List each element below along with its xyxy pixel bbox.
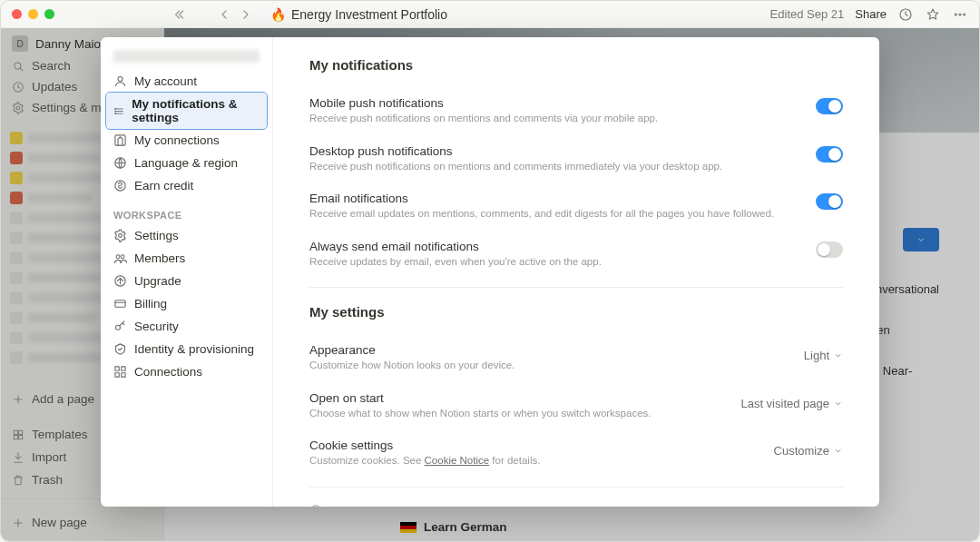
setting-title: Email notifications xyxy=(309,192,774,205)
setting-desc: Receive updates by email, even when you'… xyxy=(309,255,602,270)
setting-desc: Receive push notifications on mentions a… xyxy=(309,160,722,174)
settings-nav-my-connections[interactable]: My connections xyxy=(106,129,267,152)
svg-point-28 xyxy=(311,506,321,507)
chevron-down-icon xyxy=(833,399,843,409)
toggle-mobile-push[interactable] xyxy=(816,98,843,114)
settings-panel: My notifications Mobile push notificatio… xyxy=(273,37,879,507)
svg-point-3 xyxy=(964,14,965,15)
help-icon xyxy=(309,504,322,507)
settings-nav-label: Settings xyxy=(134,229,179,242)
svg-point-18 xyxy=(119,234,122,238)
setting-desc: Choose what to show when Notion starts o… xyxy=(309,407,652,421)
settings-nav-billing[interactable]: Billing xyxy=(106,292,267,315)
settings-nav-label: Earn credit xyxy=(134,179,193,192)
select-appearance[interactable]: Light xyxy=(804,349,843,362)
select-cookie[interactable]: Customize xyxy=(774,444,843,458)
settings-nav-label: Security xyxy=(134,320,179,333)
svg-point-11 xyxy=(118,77,122,82)
nav-forward-button[interactable] xyxy=(238,7,254,22)
cookie-notice-link[interactable]: Cookie Notice xyxy=(425,455,490,466)
panel-heading-notifications: My notifications xyxy=(309,57,843,73)
settings-nav-identity[interactable]: Identity & provisioning xyxy=(106,338,267,360)
setting-title: Open on start xyxy=(309,391,652,405)
settings-nav-section-workspace: WORKSPACE xyxy=(106,197,267,224)
toggle-always-email[interactable] xyxy=(816,241,843,258)
select-value: Customize xyxy=(774,444,829,458)
setting-desc: Customize cookies. See Cookie Notice for… xyxy=(309,454,540,468)
settings-nav-label: My notifications & settings xyxy=(132,97,260,124)
setting-title: Mobile push notifications xyxy=(309,96,658,110)
nav-back-button[interactable] xyxy=(216,7,232,22)
settings-nav-label: Connections xyxy=(134,365,202,379)
svg-rect-27 xyxy=(122,373,125,377)
settings-nav-label: Billing xyxy=(134,297,167,310)
svg-rect-25 xyxy=(122,367,125,370)
page-emoji-icon: 🔥 xyxy=(270,7,286,22)
divider xyxy=(309,487,843,488)
settings-nav-connections[interactable]: Connections xyxy=(106,360,267,383)
setting-title: Desktop push notifications xyxy=(309,144,722,158)
settings-nav-label: Members xyxy=(134,251,185,265)
settings-nav-label: My connections xyxy=(134,133,220,147)
edited-timestamp: Edited Sep 21 xyxy=(770,7,845,21)
settings-nav-label: My account xyxy=(134,74,197,88)
toggle-email-notifications[interactable] xyxy=(816,193,843,210)
setting-cookie: Cookie settings Customize cookies. See C… xyxy=(309,433,843,481)
settings-nav-my-notifications[interactable]: My notifications & settings xyxy=(106,93,267,129)
setting-title: Always send email notifications xyxy=(309,240,602,253)
toggle-desktop-push[interactable] xyxy=(816,146,843,163)
settings-nav-my-account[interactable]: My account xyxy=(106,70,267,93)
learn-more-label: Learn about notifications & settings xyxy=(328,504,511,507)
setting-open-on-start: Open on start Choose what to show when N… xyxy=(309,386,843,434)
setting-desktop-push: Desktop push notifications Receive push … xyxy=(309,139,843,187)
svg-point-20 xyxy=(121,255,124,259)
divider xyxy=(309,287,843,288)
settings-nav-security[interactable]: Security xyxy=(106,315,267,338)
svg-rect-26 xyxy=(115,373,119,377)
chevron-down-icon xyxy=(833,350,843,360)
select-value: Light xyxy=(804,349,829,362)
setting-desc: Customize how Notion looks on your devic… xyxy=(309,359,514,373)
setting-desc: Receive email updates on mentions, comme… xyxy=(309,207,774,222)
setting-appearance: Appearance Customize how Notion looks on… xyxy=(309,338,843,386)
svg-rect-22 xyxy=(115,301,125,308)
setting-desc: Receive push notifications on mentions a… xyxy=(309,112,658,126)
favorite-star-icon[interactable] xyxy=(925,6,941,23)
setting-always-email: Always send email notifications Receive … xyxy=(309,234,843,282)
chevron-down-icon xyxy=(833,446,843,456)
settings-nav-label: Upgrade xyxy=(134,274,181,288)
setting-mobile-push: Mobile push notifications Receive push n… xyxy=(309,91,843,139)
close-window-button[interactable] xyxy=(12,9,22,19)
settings-nav: My account My notifications & settings M… xyxy=(101,37,273,507)
svg-point-19 xyxy=(116,255,120,259)
settings-nav-settings[interactable]: Settings xyxy=(106,224,267,247)
settings-nav-account-header-blurred xyxy=(113,50,260,63)
learn-more-link[interactable]: Learn about notifications & settings xyxy=(309,504,843,507)
setting-title: Cookie settings xyxy=(309,439,540,452)
window-controls xyxy=(12,9,54,19)
more-menu-icon[interactable] xyxy=(952,6,968,23)
updates-clock-icon[interactable] xyxy=(897,6,914,23)
titlebar: 🔥 Energy Investment Portfolio Edited Sep… xyxy=(1,1,979,28)
page-title: Energy Investment Portfolio xyxy=(291,7,447,22)
svg-point-1 xyxy=(955,14,956,15)
settings-nav-label: Language & region xyxy=(134,156,238,170)
collapse-sidebar-button[interactable] xyxy=(171,7,187,22)
setting-title: Appearance xyxy=(309,343,514,357)
settings-modal: My account My notifications & settings M… xyxy=(101,37,879,507)
panel-heading-settings: My settings xyxy=(309,304,843,320)
breadcrumb[interactable]: 🔥 Energy Investment Portfolio xyxy=(270,7,763,22)
setting-email-notifications: Email notifications Receive email update… xyxy=(309,186,843,234)
settings-nav-members[interactable]: Members xyxy=(106,247,267,270)
share-button[interactable]: Share xyxy=(855,7,887,21)
settings-nav-label: Identity & provisioning xyxy=(134,342,254,356)
select-open-on-start[interactable]: Last visited page xyxy=(740,397,843,410)
svg-rect-24 xyxy=(115,367,119,370)
settings-nav-earn-credit[interactable]: Earn credit xyxy=(106,174,267,197)
select-value: Last visited page xyxy=(740,397,829,410)
minimize-window-button[interactable] xyxy=(28,9,38,19)
maximize-window-button[interactable] xyxy=(44,9,54,19)
svg-point-2 xyxy=(959,14,961,15)
settings-nav-language[interactable]: Language & region xyxy=(106,152,267,174)
settings-nav-upgrade[interactable]: Upgrade xyxy=(106,270,267,292)
